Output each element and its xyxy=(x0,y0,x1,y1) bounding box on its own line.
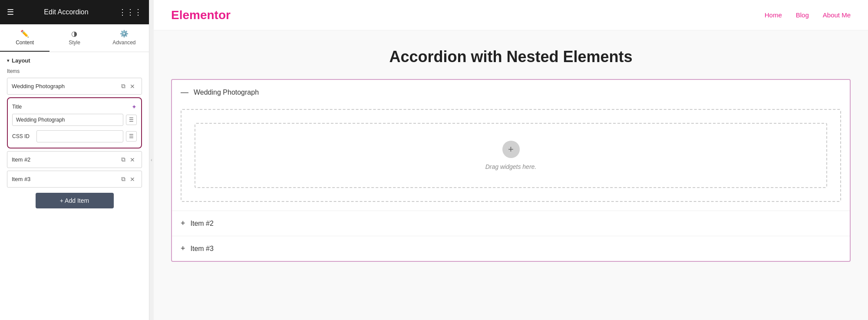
tab-advanced[interactable]: ⚙️ Advanced xyxy=(99,24,149,52)
nav-home[interactable]: Home xyxy=(765,11,782,19)
css-id-row: CSS ID ☰ xyxy=(12,130,137,142)
nav-blog[interactable]: Blog xyxy=(796,11,809,19)
style-tab-label: Style xyxy=(69,40,80,46)
accordion-item-1: — Wedding Photograph + Drag widgets here… xyxy=(172,80,850,211)
content-tab-label: Content xyxy=(16,40,34,46)
panel-item-2-delete-btn[interactable]: ✕ xyxy=(128,155,137,164)
style-tab-icon: ◑ xyxy=(71,30,77,38)
css-id-input[interactable] xyxy=(36,130,123,142)
title-menu-btn[interactable]: ☰ xyxy=(126,115,137,125)
top-nav: Elementor Home Blog About Me xyxy=(154,0,868,30)
drag-zone-outer: + Drag widgets here. xyxy=(181,109,841,202)
panel-item-1-label: Wedding Photograph xyxy=(12,83,119,89)
panel-item-1-delete-btn[interactable]: ✕ xyxy=(128,82,137,91)
layout-section-header[interactable]: ▾ Layout xyxy=(7,57,142,64)
accordion-expand-icon-2: + xyxy=(181,219,185,228)
title-sparkle-btn[interactable]: ✦ xyxy=(132,103,137,110)
accordion-title-2: Item #2 xyxy=(191,220,214,228)
add-widget-btn[interactable]: + xyxy=(502,141,520,158)
layout-label: Layout xyxy=(12,57,30,64)
panel-item-3-label: Item #3 xyxy=(12,176,119,182)
panel-title: Edit Accordion xyxy=(44,8,88,16)
panel-content: ▾ Layout Items Wedding Photograph ⧉ ✕ Ti… xyxy=(0,52,149,320)
title-input[interactable] xyxy=(12,114,123,126)
advanced-tab-icon: ⚙️ xyxy=(120,30,129,38)
panel-item-2-copy-btn[interactable]: ⧉ xyxy=(119,155,128,164)
hamburger-icon[interactable]: ☰ xyxy=(7,7,14,17)
site-logo: Elementor xyxy=(171,8,231,22)
panel-item-1-copy-btn[interactable]: ⧉ xyxy=(119,82,128,91)
panel-item-2-row[interactable]: Item #2 ⧉ ✕ xyxy=(7,151,142,168)
add-item-button[interactable]: + Add Item xyxy=(36,193,114,208)
panel-item-2-label: Item #2 xyxy=(12,156,119,163)
panel-item-3-copy-btn[interactable]: ⧉ xyxy=(119,175,128,184)
accordion-expand-icon-3: + xyxy=(181,244,185,253)
title-input-row: ☰ xyxy=(12,114,137,126)
nav-about[interactable]: About Me xyxy=(823,11,851,19)
css-id-label: CSS ID xyxy=(12,133,34,139)
accordion-title-1: Wedding Photograph xyxy=(194,89,259,96)
panel-item-3-row[interactable]: Item #3 ⧉ ✕ xyxy=(7,171,142,188)
content-tab-icon: ✏️ xyxy=(20,30,29,38)
advanced-tab-label: Advanced xyxy=(112,40,135,46)
collapse-arrow-icon: ‹ xyxy=(151,158,152,162)
drag-zone-inner: + Drag widgets here. xyxy=(195,123,827,188)
drag-widgets-text: Drag widgets here. xyxy=(485,163,537,170)
accordion-item-2: + Item #2 xyxy=(172,211,850,236)
panel-item-1-row[interactable]: Wedding Photograph ⧉ ✕ xyxy=(7,78,142,95)
nav-links: Home Blog About Me xyxy=(765,11,851,19)
accordion-header-1[interactable]: — Wedding Photograph xyxy=(172,80,850,105)
accordion-collapse-icon-1: — xyxy=(181,88,188,97)
layout-arrow-icon: ▾ xyxy=(7,58,9,63)
page-title: Accordion with Nested Elements xyxy=(171,48,851,66)
accordion-item-3: + Item #3 xyxy=(172,236,850,261)
page-area: Accordion with Nested Elements — Wedding… xyxy=(154,30,868,320)
title-field-actions: ✦ xyxy=(132,103,137,110)
tab-content[interactable]: ✏️ Content xyxy=(0,24,50,52)
accordion-body-1: + Drag widgets here. xyxy=(172,105,850,211)
panel-header: ☰ Edit Accordion ⋮⋮⋮ xyxy=(0,0,149,24)
accordion-title-3: Item #3 xyxy=(191,245,214,253)
title-field-row: Title ✦ xyxy=(12,103,137,110)
main-content: Elementor Home Blog About Me Accordion w… xyxy=(154,0,868,320)
panel-item-1-expanded: Title ✦ ☰ CSS ID ☰ xyxy=(7,97,142,148)
tab-style[interactable]: ◑ Style xyxy=(50,24,99,52)
panel-collapse-toggle[interactable]: ‹ xyxy=(149,0,154,320)
css-id-menu-btn[interactable]: ☰ xyxy=(126,131,137,142)
accordion-header-2[interactable]: + Item #2 xyxy=(172,211,850,236)
accordion-header-3[interactable]: + Item #3 xyxy=(172,236,850,261)
left-panel: ☰ Edit Accordion ⋮⋮⋮ ✏️ Content ◑ Style … xyxy=(0,0,149,320)
accordion-container: — Wedding Photograph + Drag widgets here… xyxy=(171,79,851,262)
panel-item-3-delete-btn[interactable]: ✕ xyxy=(128,175,137,184)
panel-tabs: ✏️ Content ◑ Style ⚙️ Advanced xyxy=(0,24,149,52)
title-field-label: Title xyxy=(12,104,132,110)
items-label: Items xyxy=(7,68,142,74)
grid-icon[interactable]: ⋮⋮⋮ xyxy=(119,7,142,17)
